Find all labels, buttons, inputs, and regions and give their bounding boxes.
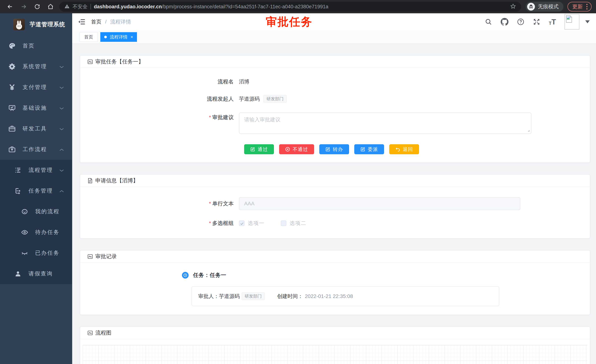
- sidebar-item-label: 待办任务: [35, 229, 64, 236]
- sidebar-item-todo-tasks[interactable]: 待办任务: [0, 222, 72, 243]
- button-label: 退回: [403, 146, 413, 153]
- monitor-icon: [8, 104, 16, 112]
- apply-info-card: 申请信息【滔博】 *单行文本 *多选框组 选项一: [80, 175, 590, 238]
- sidebar-item-label: 已办任务: [35, 249, 64, 257]
- card-title: 流程图: [95, 329, 112, 337]
- browser-back-icon[interactable]: [7, 3, 13, 10]
- flow-tree-icon: [14, 187, 22, 195]
- breadcrumb-current: 流程详情: [110, 18, 131, 25]
- sidebar-item-leave-query[interactable]: 请假查询: [0, 263, 72, 284]
- eye-icon: [21, 228, 29, 236]
- sidebar-item-label: 首页: [22, 42, 64, 50]
- browser-home-icon[interactable]: [47, 4, 54, 10]
- browser-reload-icon[interactable]: [34, 4, 40, 10]
- sidebar-item-infra[interactable]: 基础设施: [0, 98, 72, 118]
- sidebar-item-home[interactable]: 首页: [0, 36, 72, 56]
- record-detail-box: 审批人： 芋道源码 研发部门 创建时间： 2022-01-21 22:35:08: [192, 286, 499, 306]
- browser-menu-icon[interactable]: [586, 4, 588, 9]
- text-field-row: *单行文本: [80, 197, 590, 210]
- chevron-up-icon: [59, 188, 64, 194]
- search-icon[interactable]: [485, 18, 492, 26]
- sidebar-item-system[interactable]: 系统管理: [0, 56, 72, 77]
- process-diagram-card: 流程图: [80, 327, 590, 364]
- breadcrumb-separator: /: [105, 19, 107, 25]
- sidebar-item-process-mgmt[interactable]: 流程管理: [0, 160, 72, 181]
- return-button[interactable]: 退回: [389, 144, 419, 154]
- resize-handle-icon[interactable]: [527, 129, 530, 133]
- update-label[interactable]: 更新: [572, 3, 583, 10]
- checkbox-option-2[interactable]: 选项二: [281, 220, 306, 227]
- url-text[interactable]: dashboard.yudao.iocoder.cn/bpm/process-i…: [94, 4, 328, 10]
- initiator-row: 流程发起人 芋道源码 研发部门: [80, 95, 590, 103]
- tab-process-detail[interactable]: 流程详情 ×: [100, 32, 137, 42]
- app-logo: [13, 19, 25, 30]
- browser-update-button[interactable]: 更新: [567, 2, 592, 11]
- user-icon: [14, 270, 22, 278]
- help-icon[interactable]: [517, 18, 524, 26]
- button-label: 转办: [333, 146, 343, 153]
- picture-icon: [87, 254, 93, 260]
- approve-button[interactable]: 通过: [244, 144, 274, 154]
- delegate-button[interactable]: 委派: [354, 144, 384, 154]
- bookmark-star-icon[interactable]: [510, 3, 516, 10]
- sidebar-item-done-tasks[interactable]: 已办任务: [0, 243, 72, 263]
- incognito-label: 无痕模式: [538, 3, 559, 10]
- initiator-label: 流程发起人: [80, 95, 239, 102]
- main-area: 首页 / 流程详情 审批任务 TT 首页 流程详情 × 审批任务【任务一】: [72, 13, 596, 364]
- incognito-icon: [527, 3, 535, 11]
- checkbox-label: 选项一: [248, 220, 264, 227]
- yen-icon: [8, 83, 16, 91]
- breadcrumb-home[interactable]: 首页: [91, 18, 101, 25]
- fullscreen-icon[interactable]: [533, 18, 540, 26]
- suggestion-label: *审批建议: [80, 112, 239, 121]
- checkbox-group-row: *多选框组 选项一 选项二: [80, 220, 590, 227]
- sidebar-item-task-mgmt[interactable]: 任务管理: [0, 181, 72, 201]
- security-label[interactable]: 不安全: [73, 3, 88, 10]
- approval-record-card: 审批记录 任务：任务一 审批人： 芋道源码 研发部门 创建时间： 2022-01…: [80, 250, 590, 315]
- card-title: 申请信息【滔博】: [95, 177, 138, 184]
- task-title: 任务：任务一: [193, 271, 226, 279]
- sidebar-item-label: 我的流程: [35, 208, 64, 215]
- sidebar-item-payment[interactable]: 支付管理: [0, 77, 72, 98]
- avatar[interactable]: [565, 14, 579, 29]
- browser-toolbar: 不安全 dashboard.yudao.iocoder.cn/bpm/proce…: [0, 0, 596, 13]
- department-tag: 研发部门: [242, 292, 265, 300]
- created-time: 2022-01-21 22:35:08: [305, 293, 353, 299]
- tab-bar: 首页 流程详情 ×: [72, 30, 596, 44]
- checkbox-option-1[interactable]: 选项一: [239, 220, 264, 227]
- address-bar[interactable]: 不安全 dashboard.yudao.iocoder.cn/bpm/proce…: [59, 2, 521, 12]
- avatar-caret-icon[interactable]: [585, 20, 590, 23]
- checkbox-label: 选项二: [290, 220, 306, 227]
- suggestion-textarea[interactable]: [239, 112, 531, 134]
- apply-card-header: 申请信息【滔博】: [80, 175, 590, 187]
- checkbox-checked-icon[interactable]: [239, 220, 245, 226]
- sidebar-item-my-process[interactable]: 我的流程: [0, 201, 72, 222]
- url-divider: [90, 4, 91, 9]
- sidebar-item-label: 流程管理: [29, 167, 59, 174]
- tab-close-icon[interactable]: ×: [130, 34, 133, 40]
- breadcrumb: 首页 / 流程详情: [91, 18, 131, 25]
- checkbox-unchecked-icon[interactable]: [281, 220, 286, 226]
- eye-closed-icon: [21, 249, 29, 257]
- font-size-icon[interactable]: TT: [549, 18, 556, 26]
- suggestion-row: *审批建议: [80, 112, 590, 135]
- bpmn-canvas[interactable]: [83, 345, 587, 364]
- sidebar-item-devtools[interactable]: 研发工具: [0, 118, 72, 139]
- tab-home[interactable]: 首页: [80, 32, 98, 42]
- hamburger-icon[interactable]: [72, 18, 91, 26]
- chevron-down-icon: [59, 126, 64, 132]
- github-icon[interactable]: [501, 18, 508, 26]
- single-line-input[interactable]: [239, 197, 520, 210]
- approver-label: 审批人：: [198, 293, 219, 300]
- incognito-chip: 无痕模式: [526, 2, 563, 12]
- page-content: 审批任务【任务一】 流程名 滔博 流程发起人 芋道源码 研发部门 *审批建议: [72, 44, 596, 364]
- dashboard-icon: [8, 42, 16, 50]
- reject-button[interactable]: 不通过: [279, 144, 314, 154]
- transfer-button[interactable]: 转办: [319, 144, 349, 154]
- sidebar-item-workflow[interactable]: 工作流程: [0, 139, 72, 160]
- browser-forward-icon[interactable]: [20, 3, 27, 10]
- department-tag: 研发部门: [263, 95, 287, 103]
- app-logo-row[interactable]: 芋道管理系统: [0, 13, 72, 36]
- security-warning-icon[interactable]: [64, 4, 70, 10]
- record-card-header: 审批记录: [80, 250, 590, 263]
